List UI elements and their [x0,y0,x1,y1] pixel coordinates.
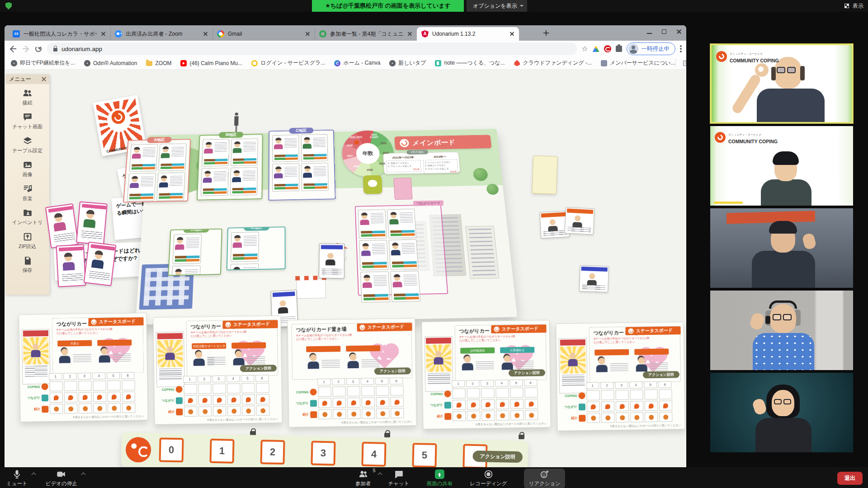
bookmark-item[interactable]: ログイン - サービスグラ... [251,59,325,67]
browser-tab[interactable]: 参加者一覧 - 第4期「コミュニティコ... [315,27,417,41]
resident-card[interactable] [231,343,266,367]
browser-tabs: 一般社団法人コレカラ・サポート - カ... 出席済み出席者 - Zoom Gm… [5,25,686,41]
bookmark-label: ログイン - サービスグラ... [260,59,325,67]
resident-card[interactable]: 市民活動サポートセンター [192,343,226,367]
tab-close-icon[interactable] [305,31,311,37]
tab-title: 一般社団法人コレカラ・サポート - カ... [24,30,97,38]
tab-close-icon[interactable] [100,31,107,37]
record-button[interactable]: レコーディング [470,469,507,487]
status-board[interactable]: つながりカード置き場 ※チーム全員の手札のつながりカードから1枚だけ選んでここに… [153,315,282,425]
action-help-button[interactable]: アクション説明 [472,450,523,463]
trend-micro-icon[interactable] [604,45,611,52]
status-board-banner: ステータスボード [88,317,143,326]
tab-close-icon[interactable] [203,31,209,37]
extensions-icon[interactable] [616,46,622,52]
mute-button[interactable]: ミュート [6,469,28,487]
lock-icon[interactable] [519,435,524,439]
action-help-button[interactable]: アクション説明 [374,367,411,375]
resident-card[interactable] [634,349,669,373]
bookmark-item[interactable]: 新しいタブ [389,59,426,67]
headset [769,300,797,309]
stop-video-button[interactable]: ビデオの停止 [46,469,77,487]
resident-card[interactable] [306,346,341,370]
bookmark-item[interactable]: クラウドファンディング -... [514,59,592,67]
chevron-up-icon[interactable] [82,472,85,476]
address-bar[interactable]: udonarium.app [47,42,577,55]
bookmark-label: Odin® Automation [93,60,137,66]
info-icon [578,392,585,399]
forward-icon[interactable] [22,45,30,53]
bookmark-item[interactable]: (46) Calm Piano Mu... [180,60,242,66]
tab-close-icon[interactable] [407,31,413,37]
view-button[interactable]: 表示 [844,0,863,12]
zoom-toolbar: ミュート ビデオの停止 5 参加者 チャット 画面の共有 [0,467,868,488]
bookmark-label: note ——つくる、つな... [444,59,505,67]
participant-video-1[interactable]: コミュニティ・コーピングCOMMUNITY COPING [710,44,853,123]
new-tab-button[interactable] [542,29,550,37]
leave-meeting-button[interactable]: 退出 [837,472,863,485]
resident-card[interactable]: 弁護士 [57,340,92,365]
bookmark-item[interactable]: ホーム - Canva [334,59,380,67]
action-help-button[interactable]: アクション説明 [509,369,545,376]
reload-icon[interactable] [35,46,42,52]
coping-emblem-icon [91,319,97,325]
minimize-icon[interactable] [647,29,652,34]
zoom-top-bar: ★ちば@千葉県松戸市 の画面を表示しています オプションを表示 表示 [0,0,868,12]
browser-tab[interactable]: Udonarium 1.13.2 [417,27,519,41]
resident-figure [346,351,381,370]
action-help-button[interactable]: アクション説明 [643,371,679,378]
share-screen-icon [435,469,444,479]
close-icon[interactable] [676,29,682,34]
google-drive-icon[interactable] [593,46,599,52]
resident-card[interactable] [594,349,629,374]
browser-tab[interactable]: Gmail [212,27,315,41]
browser-menu-icon[interactable] [680,45,682,53]
status-board[interactable]: つながりカード置き場 ※チーム全員の手札のつながりカードから1枚だけ選んでここに… [421,320,551,429]
share-screen-button[interactable]: 画面の共有 [427,469,453,487]
bookmark-item[interactable]: メンバーサービスについ... [601,59,675,67]
tab-close-icon[interactable] [509,31,515,37]
tsunagari-chip-icon [188,398,193,403]
chevron-down-icon [520,5,524,9]
participant-video-4[interactable] [710,291,853,370]
bookmark-item[interactable]: ZOOM [146,60,171,66]
reactions-button[interactable]: リアクション [524,469,565,488]
resident-figure [97,346,132,364]
profile-chip[interactable]: 一時停止中 [627,42,676,55]
highlight-bar [714,202,743,204]
participant-video-3[interactable] [710,208,853,288]
action-help-button[interactable]: アクション説明 [240,365,277,372]
sunburst-figure [23,337,49,365]
browser-tab[interactable]: 出席済み出席者 - Zoom [110,27,212,41]
bookmark-item[interactable]: 即日でFP継続単位を... [11,59,75,67]
participant-video-5[interactable] [710,373,853,452]
tsunagari-chip-icon [457,402,462,407]
back-icon[interactable] [9,45,17,53]
participants-button[interactable]: 5 参加者 [355,469,371,487]
coping-emblem-icon [628,328,634,334]
bookmark-item[interactable]: Odin® Automation [84,60,137,66]
resident-card[interactable] [346,345,381,370]
udonarium-table[interactable]: メニュー 接続 チャット画面 テーブル設定 画像 [5,70,686,488]
resident-card[interactable] [97,340,132,364]
action-grid: 123456 COPING つながり 紹介 [426,379,547,422]
camera-icon [57,469,66,479]
browser-tab[interactable]: 一般社団法人コレカラ・サポート - カ... [8,27,110,41]
chat-button[interactable]: チャット [388,469,410,487]
chevron-up-icon[interactable] [32,472,36,476]
status-board[interactable]: つながりカード置き場 ※チーム全員の手札のつながりカードから1枚だけ選んでここに… [19,313,148,422]
resident-figure [57,346,92,365]
resident-card[interactable]: 訪問看護師 [460,347,495,372]
participant-video-2[interactable]: コミュニティ・コーピングCOMMUNITY COPING [710,126,853,206]
status-board[interactable]: つながりカード置き場 ※チーム全員の手札のつながりカードから1枚だけ選んでここに… [287,318,416,427]
chevron-up-icon[interactable] [378,472,382,476]
resident-card[interactable]: 介護福祉士 [500,347,535,371]
lock-icon[interactable] [53,48,57,52]
reading-list-button[interactable]: リーディング リスト [675,59,686,67]
share-options-button[interactable]: オプションを表示 [467,0,527,12]
bookmark-item[interactable]: note ——つくる、つな... [435,59,505,67]
status-board[interactable]: つながりカード置き場 ※チーム全員の手札のつながりカードから1枚だけ選んでここに… [556,322,685,431]
lock-icon[interactable] [384,433,390,437]
maximize-icon[interactable] [662,29,666,34]
bookmark-star-icon[interactable]: ☆ [581,45,588,52]
